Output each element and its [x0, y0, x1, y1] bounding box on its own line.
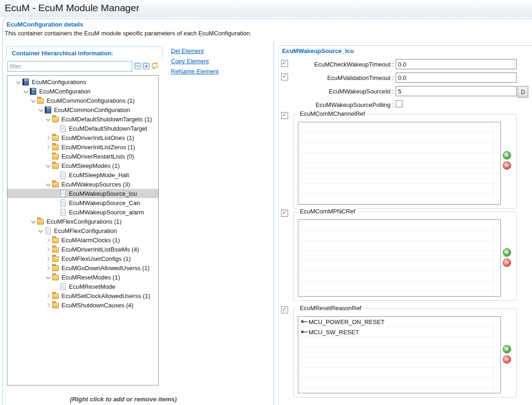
resetreasonref-checkbox[interactable]: [281, 306, 288, 313]
commchannelref-legend: EcuMComMChannelRef: [297, 110, 367, 117]
expand-all-icon[interactable]: +: [142, 62, 149, 69]
resetreasonref-legend: EcuMResetReasonRef: [297, 305, 364, 312]
tree-item[interactable]: EcuMConfigurations: [7, 77, 158, 86]
tree-item[interactable]: EcuMWakeupSource_Can: [7, 198, 158, 207]
tree-item[interactable]: EcuMDriverInitListZeros (1): [7, 142, 158, 152]
reference-icon: [301, 319, 309, 324]
tree-item[interactable]: EcuMResetModes (1): [7, 272, 158, 282]
chevron-right-icon[interactable]: [45, 143, 52, 151]
validationtimeout-input[interactable]: [396, 73, 517, 83]
chevron-down-icon[interactable]: [45, 180, 52, 188]
expander-spacer: [53, 208, 60, 216]
chevron-down-icon[interactable]: [38, 227, 45, 234]
tree-item[interactable]: EcuMAlarmClocks (1): [7, 235, 158, 245]
chevron-down-icon[interactable]: [15, 78, 22, 86]
document-icon: [61, 190, 66, 197]
wakeupsourcepolling-checkbox[interactable]: [396, 100, 403, 107]
commpncref-group: EcuMComMPNCRef: [293, 212, 517, 301]
remove-icon[interactable]: −: [503, 259, 511, 267]
tree-item[interactable]: EcuMFlexUserConfigs (1): [7, 254, 158, 263]
remove-icon[interactable]: −: [503, 161, 511, 170]
tree-item[interactable]: EcuMWakeupSources (3): [7, 179, 158, 189]
checkwakeuptimeout-label: EcuMCheckWakeupTimeout :: [292, 61, 394, 68]
tree-item[interactable]: EcuMDriverInitListBswMs (4): [7, 245, 158, 254]
chevron-right-icon[interactable]: [45, 134, 52, 141]
wakeupsourceid-input[interactable]: [396, 86, 517, 96]
rename-element-link[interactable]: ReName Element: [171, 68, 219, 75]
ecum-module-manager-view: EcuM - EcuM Module Manager EcuMConfigura…: [0, 0, 532, 405]
container-hierarchy-tree[interactable]: EcuMConfigurations EcuMConfiguration Ecu…: [7, 75, 159, 385]
tree-item[interactable]: EcuMDriverInitListOnes (1): [7, 133, 158, 142]
chevron-down-icon[interactable]: [45, 273, 52, 281]
folder-icon: [52, 266, 59, 272]
chevron-down-icon[interactable]: [45, 162, 52, 169]
add-icon[interactable]: +: [503, 248, 511, 257]
tree-item[interactable]: EcuMDefaultShutdownTargets (1): [7, 114, 158, 124]
tree-item[interactable]: EcuMCommonConfigurations (1): [7, 96, 158, 105]
title-bar: EcuM - EcuM Module Manager: [0, 0, 532, 17]
list-column-line: [493, 317, 493, 393]
chevron-right-icon[interactable]: [45, 301, 52, 309]
list-column-line: [493, 220, 493, 296]
resetreasonref-list[interactable]: MCU_POWER_ON_RESET MCU_SW_RESET: [298, 316, 501, 393]
chevron-right-icon[interactable]: [45, 264, 52, 272]
tree-item[interactable]: EcuMFlexConfiguration: [7, 226, 158, 235]
expander-spacer: [45, 153, 52, 160]
commchannelref-list[interactable]: [298, 122, 501, 205]
folder-icon: [52, 145, 59, 151]
tree-item[interactable]: EcuMShutdownCauses (4): [7, 300, 158, 310]
tree-item[interactable]: EcuMDefaultShutdownTarget: [7, 124, 158, 133]
tree-item[interactable]: EcuMDriverRestartLists (0): [7, 152, 158, 161]
list-item[interactable]: MCU_POWER_ON_RESET: [298, 317, 500, 327]
add-icon[interactable]: +: [503, 151, 511, 159]
tree-item[interactable]: EcuMFlexConfigurations (1): [7, 217, 158, 226]
tree-item[interactable]: EcuMSleepModes (1): [7, 161, 158, 170]
checkwakeuptimeout-input[interactable]: [396, 59, 517, 69]
commpncref-checkbox[interactable]: [281, 210, 288, 217]
add-icon[interactable]: +: [503, 345, 511, 353]
tree-item[interactable]: EcuMSetClockAllowedUserss (1): [7, 291, 158, 300]
expander-spacer: [53, 171, 60, 179]
document-icon: [61, 172, 66, 179]
tree-item[interactable]: EcuMConfiguration: [7, 86, 158, 96]
chevron-down-icon[interactable]: [38, 106, 45, 113]
folder-icon: [52, 303, 59, 309]
collapse-all-icon[interactable]: −: [134, 62, 141, 69]
tree-item-selected[interactable]: EcuMWakeupSource_Icu: [7, 189, 158, 198]
expander-spacer: [53, 283, 60, 290]
tree-item[interactable]: EcuMGoDownAllowedUserss (1): [7, 263, 158, 272]
checkwakeuptimeout-checkbox[interactable]: [281, 60, 288, 67]
chevron-right-icon[interactable]: [45, 246, 52, 253]
chevron-right-icon[interactable]: [45, 292, 52, 299]
reference-icon: [301, 330, 309, 334]
tree-item[interactable]: EcuMWakeupSource_alarm: [7, 207, 158, 217]
filter-input[interactable]: [7, 61, 132, 72]
validationtimeout-label: EcuMValidationTimeout :: [292, 74, 394, 81]
del-element-link[interactable]: Del Element: [171, 47, 204, 54]
page-title: EcuM - EcuM Module Manager: [5, 2, 139, 13]
commchannelref-checkbox[interactable]: [281, 112, 288, 119]
minus-glyph: −: [135, 63, 141, 69]
chevron-right-icon[interactable]: [45, 255, 52, 262]
commpncref-list[interactable]: [298, 219, 501, 297]
chevron-right-icon[interactable]: [45, 236, 52, 244]
copy-element-link[interactable]: Copy Element: [171, 58, 209, 65]
plus-glyph: +: [143, 63, 149, 69]
chevron-down-icon[interactable]: [30, 97, 37, 104]
default-value-button[interactable]: D: [518, 86, 528, 98]
folder-icon: [52, 238, 59, 244]
tree-item[interactable]: EcuMResetMode: [7, 282, 158, 291]
refresh-icon[interactable]: [151, 61, 159, 70]
list-column-line: [493, 122, 493, 204]
folder-icon: [52, 275, 59, 281]
remove-icon[interactable]: −: [503, 355, 511, 364]
list-item[interactable]: MCU_SW_RESET: [298, 327, 500, 337]
folder-icon: [37, 219, 44, 225]
chevron-down-icon[interactable]: [45, 115, 52, 123]
tree-item[interactable]: EcuMSleepMode_Halt: [7, 170, 158, 179]
validationtimeout-checkbox[interactable]: [281, 73, 288, 80]
chevron-down-icon[interactable]: [23, 87, 30, 95]
wakeupsourcepolling-label: EcuMWakeupSourcePolling :: [292, 101, 394, 108]
tree-item[interactable]: EcuMCommonConfiguration: [7, 105, 158, 114]
chevron-down-icon[interactable]: [30, 218, 37, 225]
